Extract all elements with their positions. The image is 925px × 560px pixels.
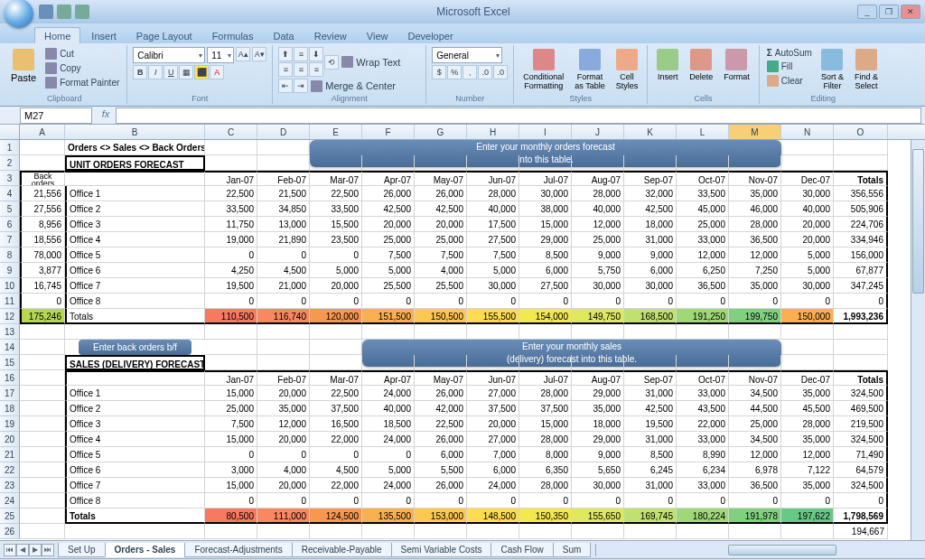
cell[interactable]: 20,000 — [257, 478, 310, 493]
row-header-5[interactable]: 5 — [0, 201, 20, 217]
cell[interactable]: 24,000 — [467, 478, 519, 493]
cell[interactable]: 40,000 — [781, 201, 834, 217]
sheet-tab-cash-flow[interactable]: Cash Flow — [491, 543, 553, 557]
cell[interactable]: 5,650 — [572, 462, 624, 478]
cell[interactable]: Office 4 — [65, 232, 205, 247]
cell[interactable]: 27,000 — [467, 432, 519, 447]
cell[interactable]: 191,978 — [729, 509, 781, 524]
cell[interactable]: 155,650 — [572, 509, 624, 524]
cell[interactable]: 153,000 — [415, 509, 467, 524]
cell[interactable]: 0 — [205, 247, 257, 263]
cell[interactable]: 124,500 — [310, 509, 362, 524]
cell[interactable]: 29,000 — [519, 232, 572, 247]
cell[interactable]: 6,000 — [519, 263, 572, 278]
cell[interactable] — [677, 324, 729, 340]
cell[interactable]: 0 — [310, 493, 362, 509]
row-header-19[interactable]: 19 — [0, 416, 20, 432]
cell[interactable]: Office 8 — [65, 294, 205, 309]
cell[interactable] — [20, 386, 65, 401]
cell[interactable] — [20, 509, 65, 524]
cell[interactable] — [467, 324, 519, 340]
cell[interactable]: 6,350 — [519, 462, 572, 478]
cell[interactable]: 12,000 — [572, 217, 624, 232]
cell[interactable] — [729, 324, 781, 340]
cell[interactable]: 34,500 — [729, 386, 781, 401]
cell[interactable]: 33,500 — [205, 201, 257, 217]
cell[interactable]: 19,500 — [205, 278, 257, 294]
column-header-D[interactable]: D — [257, 125, 310, 139]
cell[interactable]: 7,000 — [467, 447, 519, 462]
cell[interactable] — [519, 524, 572, 539]
cell[interactable]: 469,500 — [834, 401, 888, 416]
cell[interactable]: 0 — [205, 493, 257, 509]
clear-button[interactable]: Clear — [765, 74, 814, 88]
cell[interactable]: 1,993,236 — [834, 309, 888, 324]
cell[interactable]: Oct-07 — [677, 370, 729, 386]
fill-color-button[interactable]: ⬛ — [194, 65, 209, 79]
cell[interactable] — [624, 524, 677, 539]
cell[interactable] — [20, 462, 65, 478]
cell[interactable]: 25,000 — [205, 401, 257, 416]
cell[interactable]: 21,890 — [257, 232, 310, 247]
office-button[interactable] — [5, 0, 33, 28]
cell[interactable]: 22,000 — [677, 416, 729, 432]
cell[interactable]: 33,000 — [677, 232, 729, 247]
increase-indent-icon[interactable]: ⇥ — [294, 79, 308, 93]
cell[interactable]: 20,000 — [781, 217, 834, 232]
column-header-C[interactable]: C — [205, 125, 257, 139]
cell[interactable]: 6,250 — [677, 263, 729, 278]
cell[interactable]: 9,000 — [624, 247, 677, 263]
cell[interactable]: 21,500 — [257, 186, 310, 201]
cell[interactable]: 25,500 — [362, 278, 415, 294]
cell[interactable]: 22,500 — [310, 186, 362, 201]
cell[interactable]: 30,000 — [624, 278, 677, 294]
cell[interactable]: 25,000 — [572, 232, 624, 247]
cell[interactable]: 30,000 — [781, 278, 834, 294]
shrink-font-icon[interactable]: A▾ — [252, 47, 266, 61]
last-sheet-icon[interactable]: ⏭ — [42, 544, 54, 556]
cell[interactable]: 20,000 — [257, 386, 310, 401]
cell[interactable]: 35,000 — [781, 386, 834, 401]
cell[interactable] — [834, 324, 888, 340]
cell[interactable]: 3,000 — [205, 462, 257, 478]
cell[interactable]: 0 — [205, 294, 257, 309]
cell[interactable]: Office 6 — [65, 263, 205, 278]
cell[interactable]: 5,750 — [572, 263, 624, 278]
cell[interactable]: 155,500 — [467, 309, 519, 324]
cell[interactable]: 30,000 — [519, 186, 572, 201]
cell[interactable]: 32,000 — [624, 186, 677, 201]
cell[interactable]: 27,556 — [20, 201, 65, 217]
cell[interactable]: 0 — [310, 247, 362, 263]
cell[interactable]: 26,000 — [415, 478, 467, 493]
cell[interactable]: 31,000 — [624, 478, 677, 493]
cell[interactable]: 5,000 — [362, 462, 415, 478]
find-select-button[interactable]: Find & Select — [851, 47, 882, 92]
cell[interactable] — [20, 340, 65, 355]
cell[interactable] — [310, 340, 362, 355]
cell[interactable] — [310, 355, 362, 370]
ribbon-tab-developer[interactable]: Developer — [398, 28, 462, 43]
cell[interactable]: 0 — [572, 294, 624, 309]
row-header-3[interactable]: 3 — [0, 171, 20, 186]
cell[interactable]: 194,667 — [834, 524, 888, 539]
cell[interactable] — [257, 140, 310, 155]
cell-styles-button[interactable]: Cell Styles — [612, 47, 642, 92]
cell[interactable]: 27,000 — [467, 386, 519, 401]
cell[interactable]: 9,000 — [572, 247, 624, 263]
cell[interactable]: 25,500 — [415, 278, 467, 294]
cell[interactable]: 25,000 — [415, 232, 467, 247]
row-header-26[interactable]: 26 — [0, 524, 20, 539]
cell[interactable]: 0 — [467, 493, 519, 509]
cell[interactable]: 44,500 — [729, 401, 781, 416]
row-header-18[interactable]: 18 — [0, 401, 20, 416]
cell[interactable]: 199,750 — [729, 309, 781, 324]
cell[interactable]: 0 — [415, 493, 467, 509]
sort-filter-button[interactable]: Sort & Filter — [818, 47, 847, 92]
cell[interactable]: 8,000 — [519, 447, 572, 462]
cell[interactable]: 31,000 — [624, 386, 677, 401]
cell[interactable]: 0 — [257, 493, 310, 509]
name-box[interactable]: M27 — [20, 107, 92, 124]
cell[interactable] — [624, 324, 677, 340]
cell[interactable] — [572, 524, 624, 539]
row-header-14[interactable]: 14 — [0, 340, 20, 355]
